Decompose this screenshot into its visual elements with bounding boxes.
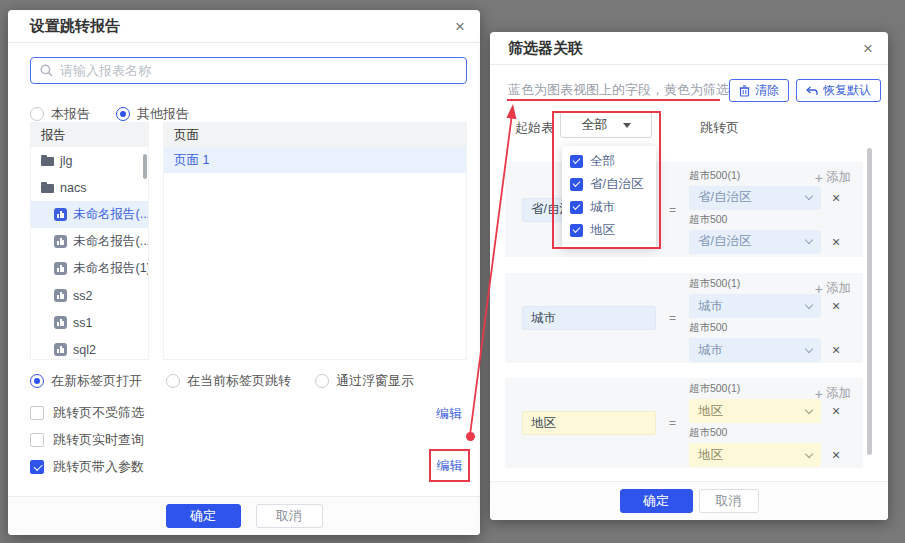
field-color-hint: 蓝色为图表视图上的字段，黄色为筛选字段 bbox=[508, 81, 755, 99]
dialog-title: 设置跳转报告 bbox=[30, 17, 120, 36]
report-folder-jlg[interactable]: jlg bbox=[31, 147, 148, 174]
report-item[interactable]: 未命名报告(1) bbox=[31, 255, 148, 282]
cancel-button[interactable]: 取消 bbox=[699, 489, 759, 513]
start-table-dropdown-menu: 全部 省/自治区 城市 地区 bbox=[562, 146, 656, 247]
option-label: 跳转页不受筛选 bbox=[53, 404, 144, 422]
page-panel: 页面 页面 1 bbox=[163, 122, 467, 360]
option-realtime-query[interactable]: 跳转页实时查询 bbox=[30, 431, 144, 449]
option-label: 城市 bbox=[590, 199, 615, 216]
radio-label: 本报告 bbox=[51, 105, 90, 123]
set-jump-report-dialog: 设置跳转报告 × 本报告 其他报告 报告 jlg nacs bbox=[8, 10, 480, 535]
chevron-down-icon bbox=[805, 192, 813, 200]
report-search-box[interactable] bbox=[30, 57, 467, 84]
radio-this-report[interactable]: 本报告 bbox=[30, 105, 90, 123]
plus-icon: + bbox=[815, 281, 823, 297]
close-icon[interactable]: × bbox=[455, 18, 465, 35]
restore-default-button[interactable]: 恢复默认 bbox=[796, 79, 881, 102]
open-mode-radios: 在新标签页打开 在当前标签页跳转 通过浮窗显示 bbox=[30, 372, 414, 390]
equals-sign: = bbox=[656, 203, 689, 217]
target-field-select[interactable]: 城市 bbox=[689, 338, 821, 362]
radio-label: 通过浮窗显示 bbox=[336, 372, 414, 390]
radio-open-new-tab[interactable]: 在新标签页打开 bbox=[30, 372, 142, 390]
dropdown-value: 全部 bbox=[582, 116, 608, 134]
report-scope-radios: 本报告 其他报告 bbox=[30, 105, 189, 123]
cancel-button[interactable]: 取消 bbox=[256, 504, 323, 528]
mapping-row-district: 地区 = 超市500(1) 地区 × 超市500 地区 × + 添加 bbox=[505, 378, 863, 468]
remove-icon[interactable]: × bbox=[832, 343, 840, 357]
target-field-select[interactable]: 地区 bbox=[689, 443, 821, 467]
remove-icon[interactable]: × bbox=[832, 448, 840, 462]
option-label: 全部 bbox=[590, 153, 615, 170]
undo-icon bbox=[806, 86, 818, 96]
chevron-down-icon bbox=[805, 236, 813, 244]
option-carry-params[interactable]: 跳转页带入参数 bbox=[30, 458, 144, 476]
report-item[interactable]: ss1 bbox=[31, 309, 148, 336]
add-target-link[interactable]: + 添加 bbox=[815, 385, 851, 402]
page-panel-header: 页面 bbox=[164, 123, 466, 147]
source-field-input[interactable]: 城市 bbox=[522, 306, 656, 330]
option-label: 省/自治区 bbox=[590, 176, 643, 193]
clear-button[interactable]: 清除 bbox=[729, 79, 789, 102]
radio-other-report[interactable]: 其他报告 bbox=[116, 105, 189, 123]
dialog-scrollbar[interactable] bbox=[867, 148, 872, 455]
source-field-input[interactable]: 地区 bbox=[522, 411, 656, 435]
radio-icon bbox=[30, 107, 44, 121]
edit-params-link[interactable]: 编辑 bbox=[437, 457, 463, 475]
item-label: sql2 bbox=[73, 343, 96, 357]
confirm-button[interactable]: 确定 bbox=[620, 489, 693, 513]
remove-icon[interactable]: × bbox=[832, 235, 840, 249]
dropdown-option-city[interactable]: 城市 bbox=[562, 196, 656, 219]
add-target-link[interactable]: + 添加 bbox=[815, 280, 851, 297]
close-icon[interactable]: × bbox=[863, 40, 873, 57]
edit-params-highlight-box: 编辑 bbox=[429, 449, 470, 482]
chevron-down-icon bbox=[805, 449, 813, 457]
restore-label: 恢复默认 bbox=[823, 82, 871, 99]
target-field-select[interactable]: 省/自治区 bbox=[689, 186, 821, 210]
radio-float-window[interactable]: 通过浮窗显示 bbox=[315, 372, 414, 390]
remove-icon[interactable]: × bbox=[832, 404, 840, 418]
search-input[interactable] bbox=[60, 63, 457, 78]
option-no-filter[interactable]: 跳转页不受筛选 bbox=[30, 404, 144, 422]
checkbox-icon bbox=[570, 178, 583, 191]
checkbox-icon bbox=[570, 155, 583, 168]
dialog-header: 设置跳转报告 × bbox=[8, 10, 480, 43]
plus-icon: + bbox=[815, 170, 823, 186]
toolbar: 清除 恢复默认 bbox=[729, 79, 881, 102]
report-item[interactable]: sql2 bbox=[31, 336, 148, 360]
report-icon bbox=[54, 343, 67, 356]
report-list-scrollbar[interactable] bbox=[143, 154, 147, 179]
remove-icon[interactable]: × bbox=[832, 299, 840, 313]
report-item-selected[interactable]: 未命名报告(... bbox=[31, 201, 148, 228]
target-table-label: 超市500 bbox=[689, 213, 863, 227]
select-value: 省/自治区 bbox=[698, 189, 751, 206]
radio-label: 在新标签页打开 bbox=[51, 372, 142, 390]
start-table-dropdown[interactable]: 全部 bbox=[560, 112, 652, 138]
mapping-row-province: 省/自治区 = 超市500(1) 省/自治区 × 超市500 省/自治区 × + bbox=[505, 162, 863, 257]
report-item[interactable]: 未命名报告(... bbox=[31, 228, 148, 255]
add-target-link[interactable]: + 添加 bbox=[815, 169, 851, 186]
edit-filter-link[interactable]: 编辑 bbox=[436, 405, 462, 423]
target-field-select[interactable]: 城市 bbox=[689, 294, 821, 318]
radio-label: 在当前标签页跳转 bbox=[187, 372, 291, 390]
report-item[interactable]: ss2 bbox=[31, 282, 148, 309]
target-table-label: 超市500 bbox=[689, 321, 863, 335]
page-item-selected[interactable]: 页面 1 bbox=[164, 147, 466, 173]
item-label: 未命名报告(... bbox=[73, 233, 148, 250]
option-label: 地区 bbox=[590, 222, 615, 239]
dropdown-option-all[interactable]: 全部 bbox=[562, 150, 656, 173]
target-field-select[interactable]: 省/自治区 bbox=[689, 230, 821, 254]
remove-icon[interactable]: × bbox=[832, 191, 840, 205]
target-field-select[interactable]: 地区 bbox=[689, 399, 821, 423]
confirm-button[interactable]: 确定 bbox=[166, 504, 241, 528]
radio-jump-current-tab[interactable]: 在当前标签页跳转 bbox=[166, 372, 291, 390]
checkbox-icon bbox=[570, 224, 583, 237]
report-tree-panel: 报告 jlg nacs 未命名报告(... 未命名报告(... 未命名报告(1) bbox=[30, 122, 149, 360]
report-icon bbox=[54, 235, 67, 248]
report-folder-nacs[interactable]: nacs bbox=[31, 174, 148, 201]
item-label: nacs bbox=[60, 181, 86, 195]
hint-red-underline bbox=[507, 99, 720, 101]
checkbox-icon bbox=[570, 201, 583, 214]
dropdown-option-province[interactable]: 省/自治区 bbox=[562, 173, 656, 196]
dropdown-option-district[interactable]: 地区 bbox=[562, 219, 656, 242]
radio-icon bbox=[116, 107, 130, 121]
